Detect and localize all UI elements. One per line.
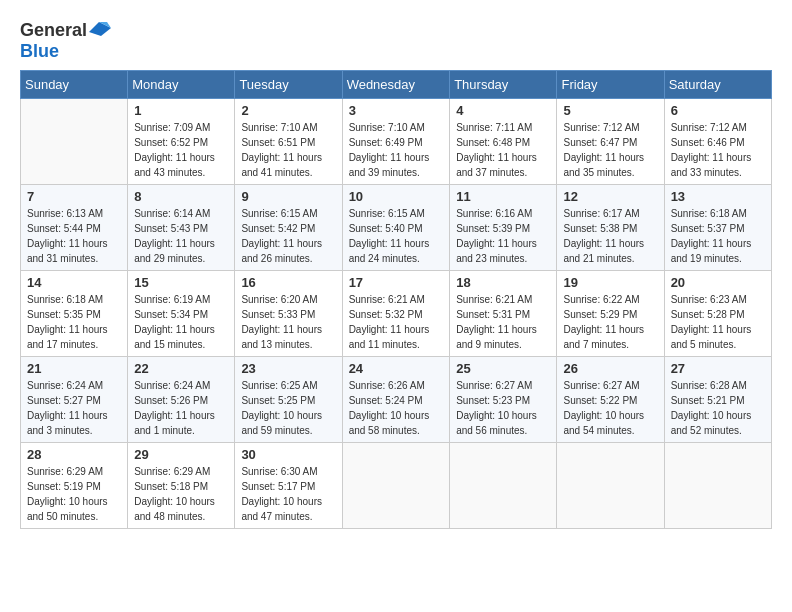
day-number: 19 xyxy=(563,275,657,290)
day-number: 1 xyxy=(134,103,228,118)
day-number: 7 xyxy=(27,189,121,204)
calendar-cell: 3Sunrise: 7:10 AMSunset: 6:49 PMDaylight… xyxy=(342,99,450,185)
day-info: Sunrise: 6:16 AMSunset: 5:39 PMDaylight:… xyxy=(456,206,550,266)
calendar-week-row: 14Sunrise: 6:18 AMSunset: 5:35 PMDayligh… xyxy=(21,271,772,357)
day-number: 17 xyxy=(349,275,444,290)
day-number: 11 xyxy=(456,189,550,204)
calendar-cell: 25Sunrise: 6:27 AMSunset: 5:23 PMDayligh… xyxy=(450,357,557,443)
day-number: 28 xyxy=(27,447,121,462)
day-number: 14 xyxy=(27,275,121,290)
calendar-cell: 10Sunrise: 6:15 AMSunset: 5:40 PMDayligh… xyxy=(342,185,450,271)
day-info: Sunrise: 7:11 AMSunset: 6:48 PMDaylight:… xyxy=(456,120,550,180)
day-number: 13 xyxy=(671,189,765,204)
calendar-day-header: Saturday xyxy=(664,71,771,99)
calendar-cell: 30Sunrise: 6:30 AMSunset: 5:17 PMDayligh… xyxy=(235,443,342,529)
calendar-cell xyxy=(450,443,557,529)
logo-general: General xyxy=(20,20,87,41)
calendar-cell xyxy=(664,443,771,529)
calendar-header-row: SundayMondayTuesdayWednesdayThursdayFrid… xyxy=(21,71,772,99)
calendar-week-row: 1Sunrise: 7:09 AMSunset: 6:52 PMDaylight… xyxy=(21,99,772,185)
calendar-cell: 27Sunrise: 6:28 AMSunset: 5:21 PMDayligh… xyxy=(664,357,771,443)
calendar-week-row: 28Sunrise: 6:29 AMSunset: 5:19 PMDayligh… xyxy=(21,443,772,529)
day-info: Sunrise: 6:28 AMSunset: 5:21 PMDaylight:… xyxy=(671,378,765,438)
logo-bird-icon xyxy=(89,22,111,40)
day-number: 15 xyxy=(134,275,228,290)
day-info: Sunrise: 6:30 AMSunset: 5:17 PMDaylight:… xyxy=(241,464,335,524)
day-info: Sunrise: 6:21 AMSunset: 5:32 PMDaylight:… xyxy=(349,292,444,352)
calendar-cell: 26Sunrise: 6:27 AMSunset: 5:22 PMDayligh… xyxy=(557,357,664,443)
calendar-cell: 20Sunrise: 6:23 AMSunset: 5:28 PMDayligh… xyxy=(664,271,771,357)
day-info: Sunrise: 6:25 AMSunset: 5:25 PMDaylight:… xyxy=(241,378,335,438)
day-number: 5 xyxy=(563,103,657,118)
calendar-cell: 22Sunrise: 6:24 AMSunset: 5:26 PMDayligh… xyxy=(128,357,235,443)
page-header: General Blue xyxy=(20,20,772,62)
calendar-week-row: 7Sunrise: 6:13 AMSunset: 5:44 PMDaylight… xyxy=(21,185,772,271)
calendar-cell: 12Sunrise: 6:17 AMSunset: 5:38 PMDayligh… xyxy=(557,185,664,271)
calendar-cell: 6Sunrise: 7:12 AMSunset: 6:46 PMDaylight… xyxy=(664,99,771,185)
day-info: Sunrise: 6:24 AMSunset: 5:27 PMDaylight:… xyxy=(27,378,121,438)
calendar-table: SundayMondayTuesdayWednesdayThursdayFrid… xyxy=(20,70,772,529)
day-info: Sunrise: 6:18 AMSunset: 5:37 PMDaylight:… xyxy=(671,206,765,266)
calendar-cell: 23Sunrise: 6:25 AMSunset: 5:25 PMDayligh… xyxy=(235,357,342,443)
day-info: Sunrise: 6:26 AMSunset: 5:24 PMDaylight:… xyxy=(349,378,444,438)
day-info: Sunrise: 6:15 AMSunset: 5:40 PMDaylight:… xyxy=(349,206,444,266)
day-info: Sunrise: 6:21 AMSunset: 5:31 PMDaylight:… xyxy=(456,292,550,352)
calendar-cell: 8Sunrise: 6:14 AMSunset: 5:43 PMDaylight… xyxy=(128,185,235,271)
day-number: 9 xyxy=(241,189,335,204)
day-info: Sunrise: 6:29 AMSunset: 5:19 PMDaylight:… xyxy=(27,464,121,524)
calendar-cell: 29Sunrise: 6:29 AMSunset: 5:18 PMDayligh… xyxy=(128,443,235,529)
calendar-cell xyxy=(21,99,128,185)
day-number: 3 xyxy=(349,103,444,118)
day-number: 12 xyxy=(563,189,657,204)
calendar-cell: 15Sunrise: 6:19 AMSunset: 5:34 PMDayligh… xyxy=(128,271,235,357)
day-number: 22 xyxy=(134,361,228,376)
day-number: 16 xyxy=(241,275,335,290)
day-info: Sunrise: 6:15 AMSunset: 5:42 PMDaylight:… xyxy=(241,206,335,266)
calendar-cell: 13Sunrise: 6:18 AMSunset: 5:37 PMDayligh… xyxy=(664,185,771,271)
day-number: 4 xyxy=(456,103,550,118)
day-number: 26 xyxy=(563,361,657,376)
calendar-cell: 17Sunrise: 6:21 AMSunset: 5:32 PMDayligh… xyxy=(342,271,450,357)
day-info: Sunrise: 7:12 AMSunset: 6:46 PMDaylight:… xyxy=(671,120,765,180)
day-info: Sunrise: 6:24 AMSunset: 5:26 PMDaylight:… xyxy=(134,378,228,438)
calendar-cell xyxy=(342,443,450,529)
logo: General Blue xyxy=(20,20,111,62)
calendar-cell: 9Sunrise: 6:15 AMSunset: 5:42 PMDaylight… xyxy=(235,185,342,271)
day-number: 8 xyxy=(134,189,228,204)
day-info: Sunrise: 7:12 AMSunset: 6:47 PMDaylight:… xyxy=(563,120,657,180)
day-number: 2 xyxy=(241,103,335,118)
calendar-cell: 7Sunrise: 6:13 AMSunset: 5:44 PMDaylight… xyxy=(21,185,128,271)
calendar-cell xyxy=(557,443,664,529)
day-number: 24 xyxy=(349,361,444,376)
logo-blue: Blue xyxy=(20,41,59,61)
calendar-cell: 4Sunrise: 7:11 AMSunset: 6:48 PMDaylight… xyxy=(450,99,557,185)
day-info: Sunrise: 6:22 AMSunset: 5:29 PMDaylight:… xyxy=(563,292,657,352)
day-info: Sunrise: 6:23 AMSunset: 5:28 PMDaylight:… xyxy=(671,292,765,352)
day-number: 25 xyxy=(456,361,550,376)
calendar-cell: 28Sunrise: 6:29 AMSunset: 5:19 PMDayligh… xyxy=(21,443,128,529)
day-info: Sunrise: 7:09 AMSunset: 6:52 PMDaylight:… xyxy=(134,120,228,180)
day-info: Sunrise: 7:10 AMSunset: 6:51 PMDaylight:… xyxy=(241,120,335,180)
calendar-day-header: Sunday xyxy=(21,71,128,99)
day-number: 10 xyxy=(349,189,444,204)
day-number: 21 xyxy=(27,361,121,376)
calendar-week-row: 21Sunrise: 6:24 AMSunset: 5:27 PMDayligh… xyxy=(21,357,772,443)
calendar-cell: 2Sunrise: 7:10 AMSunset: 6:51 PMDaylight… xyxy=(235,99,342,185)
day-info: Sunrise: 6:14 AMSunset: 5:43 PMDaylight:… xyxy=(134,206,228,266)
calendar-day-header: Friday xyxy=(557,71,664,99)
calendar-cell: 1Sunrise: 7:09 AMSunset: 6:52 PMDaylight… xyxy=(128,99,235,185)
calendar-cell: 14Sunrise: 6:18 AMSunset: 5:35 PMDayligh… xyxy=(21,271,128,357)
calendar-day-header: Wednesday xyxy=(342,71,450,99)
day-info: Sunrise: 6:17 AMSunset: 5:38 PMDaylight:… xyxy=(563,206,657,266)
calendar-cell: 19Sunrise: 6:22 AMSunset: 5:29 PMDayligh… xyxy=(557,271,664,357)
day-number: 6 xyxy=(671,103,765,118)
day-info: Sunrise: 6:27 AMSunset: 5:22 PMDaylight:… xyxy=(563,378,657,438)
day-number: 23 xyxy=(241,361,335,376)
day-number: 20 xyxy=(671,275,765,290)
calendar-cell: 21Sunrise: 6:24 AMSunset: 5:27 PMDayligh… xyxy=(21,357,128,443)
day-info: Sunrise: 6:19 AMSunset: 5:34 PMDaylight:… xyxy=(134,292,228,352)
day-info: Sunrise: 6:29 AMSunset: 5:18 PMDaylight:… xyxy=(134,464,228,524)
day-info: Sunrise: 6:18 AMSunset: 5:35 PMDaylight:… xyxy=(27,292,121,352)
calendar-cell: 24Sunrise: 6:26 AMSunset: 5:24 PMDayligh… xyxy=(342,357,450,443)
calendar-cell: 16Sunrise: 6:20 AMSunset: 5:33 PMDayligh… xyxy=(235,271,342,357)
